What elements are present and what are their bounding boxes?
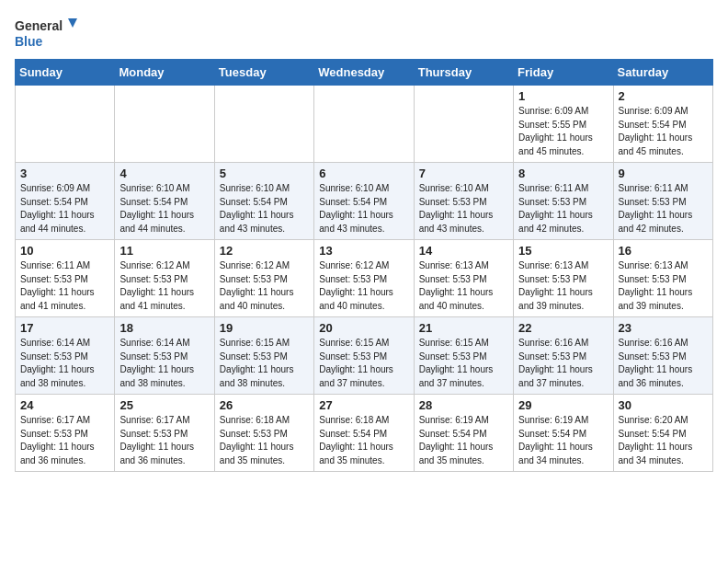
calendar-cell: 25Sunrise: 6:17 AMSunset: 5:53 PMDayligh… — [115, 395, 214, 472]
day-info: Sunrise: 6:15 AMSunset: 5:53 PMDaylight:… — [319, 337, 408, 390]
calendar-cell: 27Sunrise: 6:18 AMSunset: 5:54 PMDayligh… — [314, 395, 414, 472]
calendar-week-4: 17Sunrise: 6:14 AMSunset: 5:53 PMDayligh… — [16, 317, 713, 395]
day-number: 23 — [619, 321, 708, 335]
day-info: Sunrise: 6:11 AMSunset: 5:53 PMDaylight:… — [619, 182, 708, 236]
day-info: Sunrise: 6:10 AMSunset: 5:53 PMDaylight:… — [419, 182, 508, 236]
page-header: General Blue — [15, 15, 713, 52]
calendar-week-1: 1Sunrise: 6:09 AMSunset: 5:55 PMDaylight… — [16, 86, 713, 163]
calendar-cell: 4Sunrise: 6:10 AMSunset: 5:54 PMDaylight… — [115, 163, 214, 240]
day-number: 15 — [518, 244, 608, 258]
day-number: 9 — [619, 167, 708, 180]
day-number: 6 — [319, 167, 408, 180]
day-info: Sunrise: 6:10 AMSunset: 5:54 PMDaylight:… — [220, 182, 309, 236]
calendar-cell: 13Sunrise: 6:12 AMSunset: 5:53 PMDayligh… — [314, 240, 414, 317]
svg-text:General: General — [15, 18, 63, 33]
logo-svg: General Blue — [15, 15, 79, 52]
day-info: Sunrise: 6:18 AMSunset: 5:53 PMDaylight:… — [220, 414, 309, 467]
day-number: 14 — [419, 244, 508, 258]
calendar-cell: 7Sunrise: 6:10 AMSunset: 5:53 PMDaylight… — [414, 163, 513, 240]
calendar-cell: 2Sunrise: 6:09 AMSunset: 5:54 PMDaylight… — [613, 86, 712, 163]
calendar-cell: 19Sunrise: 6:15 AMSunset: 5:53 PMDayligh… — [214, 317, 313, 395]
day-number: 27 — [319, 398, 408, 412]
day-number: 19 — [220, 321, 309, 335]
day-number: 11 — [119, 244, 209, 258]
day-info: Sunrise: 6:11 AMSunset: 5:53 PMDaylight:… — [20, 259, 109, 313]
day-number: 10 — [20, 244, 109, 258]
day-info: Sunrise: 6:10 AMSunset: 5:54 PMDaylight:… — [119, 182, 209, 236]
day-info: Sunrise: 6:10 AMSunset: 5:54 PMDaylight:… — [319, 182, 408, 236]
day-info: Sunrise: 6:13 AMSunset: 5:53 PMDaylight:… — [518, 259, 608, 313]
day-number: 13 — [319, 244, 408, 258]
calendar-cell: 16Sunrise: 6:13 AMSunset: 5:53 PMDayligh… — [613, 240, 712, 317]
day-info: Sunrise: 6:15 AMSunset: 5:53 PMDaylight:… — [220, 337, 309, 390]
day-header-friday: Friday — [514, 60, 613, 86]
day-info: Sunrise: 6:16 AMSunset: 5:53 PMDaylight:… — [619, 337, 708, 390]
day-info: Sunrise: 6:14 AMSunset: 5:53 PMDaylight:… — [119, 337, 209, 390]
calendar-cell: 9Sunrise: 6:11 AMSunset: 5:53 PMDaylight… — [613, 163, 712, 240]
calendar-cell: 8Sunrise: 6:11 AMSunset: 5:53 PMDaylight… — [514, 163, 613, 240]
day-info: Sunrise: 6:19 AMSunset: 5:54 PMDaylight:… — [518, 414, 608, 467]
day-number: 3 — [20, 167, 109, 180]
calendar-cell: 11Sunrise: 6:12 AMSunset: 5:53 PMDayligh… — [115, 240, 214, 317]
calendar-cell — [314, 86, 414, 163]
day-number: 21 — [419, 321, 508, 335]
calendar-cell — [16, 86, 115, 163]
day-info: Sunrise: 6:15 AMSunset: 5:53 PMDaylight:… — [419, 337, 508, 390]
day-number: 8 — [518, 167, 608, 180]
calendar-cell: 3Sunrise: 6:09 AMSunset: 5:54 PMDaylight… — [16, 163, 115, 240]
day-info: Sunrise: 6:09 AMSunset: 5:54 PMDaylight:… — [20, 182, 109, 236]
day-number: 17 — [20, 321, 109, 335]
calendar-cell: 5Sunrise: 6:10 AMSunset: 5:54 PMDaylight… — [214, 163, 313, 240]
calendar-cell — [214, 86, 313, 163]
day-info: Sunrise: 6:12 AMSunset: 5:53 PMDaylight:… — [319, 259, 408, 313]
day-number: 2 — [619, 89, 708, 103]
day-number: 28 — [419, 398, 508, 412]
calendar-cell: 28Sunrise: 6:19 AMSunset: 5:54 PMDayligh… — [414, 395, 513, 472]
calendar-cell: 22Sunrise: 6:16 AMSunset: 5:53 PMDayligh… — [514, 317, 613, 395]
day-info: Sunrise: 6:09 AMSunset: 5:54 PMDaylight:… — [619, 105, 708, 158]
calendar-cell — [115, 86, 214, 163]
day-number: 24 — [20, 398, 109, 412]
calendar-cell: 15Sunrise: 6:13 AMSunset: 5:53 PMDayligh… — [514, 240, 613, 317]
calendar-cell: 30Sunrise: 6:20 AMSunset: 5:54 PMDayligh… — [613, 395, 712, 472]
day-info: Sunrise: 6:14 AMSunset: 5:53 PMDaylight:… — [20, 337, 109, 390]
calendar-cell: 24Sunrise: 6:17 AMSunset: 5:53 PMDayligh… — [16, 395, 115, 472]
day-number: 5 — [220, 167, 309, 180]
calendar-cell: 17Sunrise: 6:14 AMSunset: 5:53 PMDayligh… — [16, 317, 115, 395]
day-number: 4 — [119, 167, 209, 180]
calendar-cell — [414, 86, 513, 163]
day-number: 16 — [619, 244, 708, 258]
day-number: 1 — [518, 89, 608, 103]
day-number: 7 — [419, 167, 508, 180]
day-number: 30 — [619, 398, 708, 412]
calendar-cell: 23Sunrise: 6:16 AMSunset: 5:53 PMDayligh… — [613, 317, 712, 395]
calendar-cell: 21Sunrise: 6:15 AMSunset: 5:53 PMDayligh… — [414, 317, 513, 395]
day-info: Sunrise: 6:09 AMSunset: 5:55 PMDaylight:… — [518, 105, 608, 158]
calendar-header-row: SundayMondayTuesdayWednesdayThursdayFrid… — [16, 60, 713, 86]
day-number: 26 — [220, 398, 309, 412]
day-info: Sunrise: 6:13 AMSunset: 5:53 PMDaylight:… — [619, 259, 708, 313]
calendar-cell: 29Sunrise: 6:19 AMSunset: 5:54 PMDayligh… — [514, 395, 613, 472]
calendar-cell: 20Sunrise: 6:15 AMSunset: 5:53 PMDayligh… — [314, 317, 414, 395]
day-header-thursday: Thursday — [414, 60, 513, 86]
svg-marker-2 — [68, 18, 77, 28]
calendar-table: SundayMondayTuesdayWednesdayThursdayFrid… — [15, 59, 713, 472]
day-info: Sunrise: 6:11 AMSunset: 5:53 PMDaylight:… — [518, 182, 608, 236]
day-info: Sunrise: 6:17 AMSunset: 5:53 PMDaylight:… — [119, 414, 209, 467]
day-info: Sunrise: 6:18 AMSunset: 5:54 PMDaylight:… — [319, 414, 408, 467]
calendar-cell: 1Sunrise: 6:09 AMSunset: 5:55 PMDaylight… — [514, 86, 613, 163]
calendar-week-5: 24Sunrise: 6:17 AMSunset: 5:53 PMDayligh… — [16, 395, 713, 472]
calendar-cell: 10Sunrise: 6:11 AMSunset: 5:53 PMDayligh… — [16, 240, 115, 317]
day-header-wednesday: Wednesday — [314, 60, 414, 86]
day-number: 25 — [119, 398, 209, 412]
calendar-week-2: 3Sunrise: 6:09 AMSunset: 5:54 PMDaylight… — [16, 163, 713, 240]
day-header-monday: Monday — [115, 60, 214, 86]
day-number: 20 — [319, 321, 408, 335]
calendar-week-3: 10Sunrise: 6:11 AMSunset: 5:53 PMDayligh… — [16, 240, 713, 317]
day-info: Sunrise: 6:17 AMSunset: 5:53 PMDaylight:… — [20, 414, 109, 467]
day-header-sunday: Sunday — [16, 60, 115, 86]
day-number: 18 — [119, 321, 209, 335]
day-header-tuesday: Tuesday — [214, 60, 313, 86]
day-info: Sunrise: 6:16 AMSunset: 5:53 PMDaylight:… — [518, 337, 608, 390]
day-number: 29 — [518, 398, 608, 412]
